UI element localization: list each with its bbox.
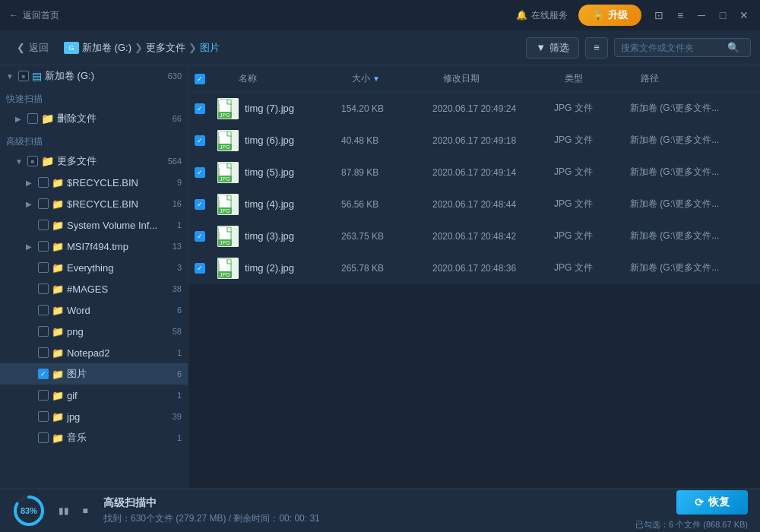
checkbox-root[interactable]: [18, 71, 29, 81]
sidebar-item-deleted[interactable]: ▶ 📁 删除文件 66: [0, 108, 188, 129]
stop-button[interactable]: ■: [78, 503, 93, 518]
sidebar-label-msi: MSI7f494.tmp: [67, 241, 128, 252]
sidebar-item-recycle2[interactable]: ▶ 📁 $RECYCLE.BIN 16: [0, 193, 188, 214]
sidebar-item-recycle1[interactable]: ▶ 📁 $RECYCLE.BIN 9: [0, 172, 188, 193]
count-png: 58: [173, 327, 182, 336]
folder-icon-jpg: 📁: [52, 411, 64, 423]
select-all-checkbox[interactable]: [195, 74, 205, 84]
maximize-button[interactable]: □: [716, 8, 730, 22]
file-thumbnail: JPG JPG: [217, 258, 239, 279]
row-checkbox[interactable]: [195, 167, 217, 178]
selection-info: 已勾选：6 个文件 (868.67 KB): [635, 519, 748, 530]
breadcrumb-more-files[interactable]: 更多文件: [146, 41, 185, 55]
jpg-badge: JPG: [218, 239, 232, 246]
sidebar-label-sysvolume: System Volume Inf...: [67, 220, 157, 231]
checkbox-everything[interactable]: [38, 262, 49, 273]
file-table-body: JPG JPG timg (7).jpg 154.20 KB 2020.06.1…: [188, 93, 760, 488]
checkbox-recycle2[interactable]: [38, 198, 49, 209]
minimize-button[interactable]: ─: [695, 8, 708, 22]
sidebar-item-music[interactable]: ▶ 📁 音乐 1: [0, 427, 188, 448]
checkbox-msi[interactable]: [38, 241, 49, 252]
checkbox-music[interactable]: [38, 432, 49, 443]
table-row[interactable]: JPG JPG timg (7).jpg 154.20 KB 2020.06.1…: [188, 93, 760, 125]
online-service[interactable]: 🔔 在线服务: [516, 9, 568, 22]
breadcrumb-root[interactable]: 新加卷 (G:): [82, 41, 131, 55]
sidebar-item-everything[interactable]: ▶ 📁 Everything 3: [0, 257, 188, 278]
checkbox-mages[interactable]: [38, 283, 49, 294]
file-path: 新加卷 (G:\更多文件...: [630, 198, 754, 211]
header-date: 修改日期: [443, 72, 565, 85]
search-input[interactable]: [621, 43, 727, 53]
header-path: 路径: [641, 72, 754, 85]
sort-button[interactable]: ≡: [585, 37, 608, 59]
table-row[interactable]: JPG JPG timg (5).jpg 87.89 KB 2020.06.17…: [188, 157, 760, 188]
bottom-bar: 83% ▮▮ ■ 高级扫描中 找到：630个文件 (279.27 MB) / 剩…: [0, 488, 760, 532]
sidebar-item-msi[interactable]: ▶ 📁 MSI7f494.tmp 13: [0, 236, 188, 257]
table-row[interactable]: JPG JPG timg (2).jpg 265.78 KB 2020.06.1…: [188, 252, 760, 284]
filter-button[interactable]: ▼ 筛选: [526, 37, 579, 59]
row-checkbox[interactable]: [195, 263, 217, 274]
sidebar-item-sysvolume[interactable]: ▶ 📁 System Volume Inf... 1: [0, 214, 188, 236]
row-checkbox[interactable]: [195, 135, 217, 146]
row-checkbox[interactable]: [195, 103, 217, 114]
back-button[interactable]: ❮ 返回: [9, 38, 56, 58]
checkbox-recycle1[interactable]: [38, 177, 49, 188]
jpg-badge: JPG: [218, 271, 232, 278]
file-date: 2020.06.17 20:48:42: [432, 231, 554, 242]
file-thumbnail: JPG JPG: [217, 98, 239, 119]
sidebar-item-mages[interactable]: ▶ 📁 #MAGES 38: [0, 278, 188, 299]
svg-rect-6: [219, 131, 227, 136]
expand-arrow-recycle2: ▶: [26, 200, 35, 208]
table-row[interactable]: JPG JPG timg (3).jpg 263.75 KB 2020.06.1…: [188, 220, 760, 252]
table-row[interactable]: JPG JPG timg (4).jpg 56.56 KB 2020.06.17…: [188, 188, 760, 220]
lock-icon: 🔓: [592, 10, 604, 21]
breadcrumb-current: 图片: [200, 41, 220, 55]
upgrade-button[interactable]: 🔓 升级: [578, 5, 641, 26]
file-size: 263.75 KB: [341, 231, 432, 242]
checkbox-notepad2[interactable]: [38, 347, 49, 358]
sidebar-item-jpg[interactable]: ▶ 📁 jpg 39: [0, 406, 188, 427]
file-size: 265.78 KB: [341, 263, 432, 274]
folder-icon-more: 📁: [41, 155, 54, 167]
close-button[interactable]: ✕: [737, 8, 751, 22]
sidebar-item-images[interactable]: ▶ 📁 图片 6: [0, 363, 188, 385]
file-path: 新加卷 (G:\更多文件...: [630, 102, 754, 115]
sidebar-label-everything: Everything: [67, 262, 113, 274]
row-checkbox[interactable]: [195, 231, 217, 242]
file-date: 2020.06.17 20:49:24: [432, 103, 554, 114]
table-row[interactable]: JPG JPG timg (6).jpg 40.48 KB 2020.06.17…: [188, 125, 760, 157]
header-size[interactable]: 大小 ▼: [352, 72, 443, 85]
folder-icon-deleted: 📁: [41, 112, 54, 125]
hamburger-button[interactable]: ≡: [673, 8, 687, 22]
checkbox-more[interactable]: [27, 156, 38, 166]
bottom-right: ⟳ 恢复 已勾选：6 个文件 (868.67 KB): [635, 490, 748, 530]
sidebar-item-gif[interactable]: ▶ 📁 gif 1: [0, 385, 188, 406]
main-layout: ▼ ▤ 新加卷 (G:) 630 快速扫描 ▶ 📁 删除文件 66 高级扫描 ▼…: [0, 65, 760, 488]
checkbox-gif[interactable]: [38, 390, 49, 401]
search-icon[interactable]: 🔍: [727, 42, 739, 53]
folder-icon-notepad2: 📁: [52, 347, 64, 359]
file-size: 40.48 KB: [341, 135, 432, 146]
checkbox-word[interactable]: [38, 305, 49, 315]
sidebar-item-more-files[interactable]: ▼ 📁 更多文件 564: [0, 150, 188, 172]
sidebar-label-recycle2: $RECYCLE.BIN: [67, 198, 138, 210]
checkbox-deleted[interactable]: [27, 113, 38, 124]
restore-button[interactable]: ⟳ 恢复: [676, 490, 748, 515]
count-msi: 13: [173, 242, 182, 251]
nav-bar: ❮ 返回 G 新加卷 (G:) ❯ 更多文件 ❯ 图片 ▼ 筛选 ≡ 🔍: [0, 30, 760, 65]
checkbox-png[interactable]: [38, 326, 49, 337]
row-checkbox[interactable]: [195, 199, 217, 210]
sidebar-item-notepad2[interactable]: ▶ 📁 Notepad2 1: [0, 342, 188, 363]
file-size: 56.56 KB: [341, 199, 432, 210]
folder-icon-gif: 📁: [52, 390, 64, 401]
checkbox-jpg[interactable]: [38, 411, 49, 422]
back-home-icon: ←: [9, 10, 18, 21]
checkbox-sysvolume[interactable]: [38, 220, 49, 230]
sidebar-item-root[interactable]: ▼ ▤ 新加卷 (G:) 630: [0, 65, 188, 87]
checkbox-images[interactable]: [38, 369, 49, 379]
sidebar-item-png[interactable]: ▶ 📁 png 58: [0, 321, 188, 342]
sidebar-toggle-button[interactable]: ⊡: [652, 8, 666, 22]
back-home[interactable]: ← 返回首页: [9, 9, 59, 22]
pause-button[interactable]: ▮▮: [56, 503, 71, 518]
sidebar-item-word[interactable]: ▶ 📁 Word 6: [0, 299, 188, 321]
